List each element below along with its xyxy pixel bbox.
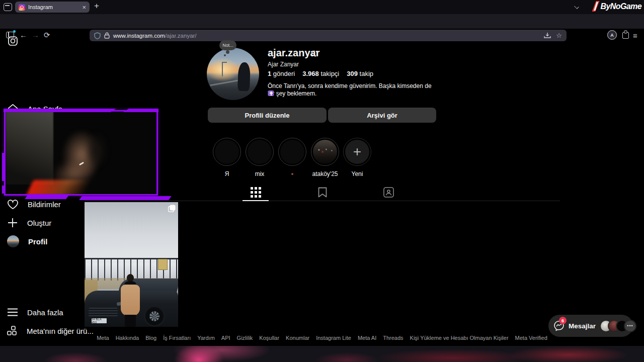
highlight-ring: + [343, 138, 371, 166]
footer-link[interactable]: Kişi Yükleme ve Hesabı Olmayan Kişiler [410, 335, 509, 341]
profile-avatar[interactable] [207, 48, 259, 100]
footer-link[interactable]: Meta Verified [515, 335, 547, 341]
url-text: www.instagram.com/ajar.zanyar/ [113, 33, 197, 39]
post-thumbnail[interactable]: 34 BLA 453 [85, 202, 178, 327]
footer-link[interactable]: Koşullar [259, 335, 279, 341]
overlay-frame-accent [79, 196, 172, 200]
browser-tab-instagram[interactable]: Instagram × [15, 2, 90, 13]
messages-badge: 6 [559, 317, 567, 324]
bynogame-text: ByNoGame [601, 2, 641, 11]
highlight-item[interactable]: ● [276, 138, 309, 177]
footer-link[interactable]: İş Fırsatları [163, 335, 191, 341]
reload-icon[interactable]: ⟳ [44, 31, 50, 39]
sidebar-label: Daha fazla [27, 308, 63, 317]
note-bubble-tail [226, 50, 229, 54]
instagram-logo-icon[interactable] [8, 36, 18, 46]
highlight-item[interactable]: ataköy'25 [308, 138, 342, 177]
highlight-ring [278, 138, 306, 166]
tab-close-icon[interactable]: × [82, 4, 86, 11]
highlight-ring [311, 138, 339, 166]
sidebar-label: Profil [28, 237, 47, 246]
screen: Instagram × + ByNoGame ← → ⟳ www.instagr… [0, 0, 644, 362]
overlay-frame-accent [2, 153, 5, 181]
highlight-new[interactable]: + Yeni [341, 138, 374, 177]
view-archive-button[interactable]: Arşivi gör [328, 108, 436, 123]
back-icon[interactable]: ← [20, 31, 27, 39]
save-page-icon[interactable] [544, 32, 551, 39]
carousel-icon [168, 205, 176, 212]
lock-icon[interactable] [104, 32, 110, 39]
footer-link[interactable]: Threads [383, 335, 403, 341]
tagged-person-icon [383, 187, 394, 198]
sidebar-label: Meta'nın diğer ürü... [27, 327, 94, 335]
red-led-glow [26, 180, 92, 196]
highlight-label: Я [210, 170, 244, 177]
windows-taskbar: Ara 9+ 04:16 25/03/2026 [0, 346, 644, 362]
profile-full-name: Ajar Zanyar [268, 61, 299, 68]
footer-link[interactable]: Konumlar [286, 335, 309, 341]
footer-link[interactable]: Gizlilik [237, 335, 253, 341]
highlight-item[interactable]: Я [210, 138, 244, 177]
highlight-label: ataköy'25 [308, 170, 342, 177]
highlight-label: Yeni [341, 170, 374, 177]
sidebar-label: Oluştur [27, 219, 51, 227]
settings-gear-icon[interactable] [310, 49, 319, 58]
shield-icon[interactable] [94, 32, 101, 39]
highlight-label: ● [276, 170, 309, 177]
edit-profile-button[interactable]: Profili düzenle [208, 108, 327, 123]
stat-followers[interactable]: 3.968 takipçi [302, 70, 339, 77]
license-plate: 34 BLA 453 [92, 318, 107, 323]
footer-link[interactable]: Yardım [197, 335, 215, 341]
footer-link[interactable]: Hakkında [116, 335, 139, 341]
tab-saved[interactable] [318, 187, 327, 198]
cross-emoji [268, 90, 274, 96]
tab-posts-grid[interactable] [251, 187, 261, 198]
extensions-puzzle-icon[interactable] [622, 32, 629, 39]
person [127, 274, 134, 282]
overlay-frame-accent [2, 186, 5, 194]
overlay-frame-accent [4, 109, 116, 112]
footer-link[interactable]: Meta AI [358, 335, 376, 341]
plus-icon: + [345, 140, 369, 164]
browser-tab-strip: Instagram × + ByNoGame [0, 0, 644, 14]
messages-avatars: ••• [600, 320, 636, 332]
bookmark-icon [318, 187, 327, 198]
highlight-label: mix [243, 170, 276, 177]
tab-active-indicator [243, 200, 269, 201]
plus-icon [7, 217, 18, 228]
messages-label: Mesajlar [569, 322, 596, 330]
forward-icon[interactable]: → [32, 31, 39, 39]
bookmark-star-icon[interactable]: ☆ [556, 32, 562, 39]
browser-account-icon[interactable]: A [607, 30, 617, 40]
bynogame-logo: ByNoGame [592, 1, 641, 12]
overlay-frame-accent [123, 109, 158, 112]
tab-title: Instagram [28, 4, 79, 10]
browser-menu-icon[interactable]: ≡ [633, 31, 637, 40]
more-avatars-icon: ••• [624, 320, 636, 332]
stat-following[interactable]: 309 takip [347, 70, 373, 77]
highlight-ring [213, 138, 241, 166]
messenger-icon: 6 [553, 320, 565, 331]
profile-bio: Önce Tanrı'ya, sonra kendime güvenirim. … [268, 82, 439, 98]
sidebar-label: Bildirimler [28, 200, 61, 209]
footer-link[interactable]: API [221, 335, 230, 341]
footer-link[interactable]: Meta [97, 335, 109, 341]
firefox-view-icon[interactable] [4, 3, 12, 11]
webcam-video [4, 110, 158, 196]
tabs-divider [85, 201, 560, 201]
tab-tagged[interactable] [383, 187, 394, 198]
url-bar[interactable]: www.instagram.com/ajar.zanyar/ ☆ [90, 30, 567, 41]
highlight-ring [246, 138, 274, 166]
note-bubble[interactable]: Not... [219, 40, 236, 50]
footer-links: Meta Hakkında Blog İş Fırsatları Yardım … [0, 335, 644, 341]
new-tab-button[interactable]: + [94, 1, 99, 11]
messages-button[interactable]: 6 Mesajlar ••• [548, 315, 633, 337]
profile-avatar-small [7, 235, 19, 247]
profile-stats: 1 gönderi 3.968 takipçi 309 takip [268, 70, 373, 77]
tab-list-chevron-icon[interactable] [575, 5, 579, 9]
heart-icon [7, 199, 19, 210]
highlight-item[interactable]: mix [243, 138, 276, 177]
bynogame-slash-icon [592, 1, 600, 12]
footer-link[interactable]: Blog [145, 335, 156, 341]
footer-link[interactable]: Instagram Lite [316, 335, 351, 341]
